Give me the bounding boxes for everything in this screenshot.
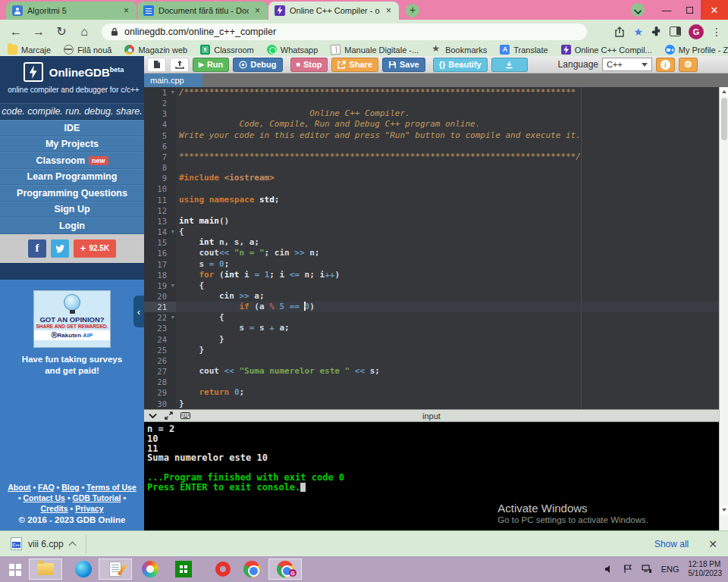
chrome-taskbar-icon[interactable] (240, 559, 264, 580)
network-icon[interactable] (642, 565, 652, 574)
facebook-icon[interactable]: f (28, 239, 46, 258)
line-number-gutter[interactable]: 11 (144, 195, 176, 205)
bookmark-item[interactable]: Marcaje (8, 45, 51, 55)
line-number-gutter[interactable]: 10 (144, 183, 176, 194)
tab-search-icon[interactable] (631, 3, 645, 17)
line-number-gutter[interactable]: 20 (144, 291, 176, 302)
new-file-button[interactable] (147, 58, 166, 72)
editor-scrollbar[interactable] (719, 87, 728, 530)
sidebar-item-programming-questions[interactable]: Programming Questions (0, 185, 144, 202)
browser-tab[interactable]: Algoritmi 5× (6, 2, 136, 20)
open-file-button[interactable] (170, 58, 189, 72)
bookmark-item[interactable]: Classroom (200, 45, 254, 55)
side-panel-icon[interactable] (670, 27, 681, 36)
volume-icon[interactable] (604, 565, 614, 574)
footer-link-contact-us[interactable]: Contact Us (24, 493, 65, 502)
download-code-button[interactable] (491, 58, 528, 72)
bookmark-star-icon[interactable]: ★ (633, 26, 643, 38)
footer-link-terms-of-use[interactable]: Terms of Use (86, 483, 136, 492)
bookmark-item[interactable]: My Profile - Zoom (665, 45, 728, 55)
sidebar-item-sign-up[interactable]: Sign Up (0, 202, 144, 218)
footer-link-blog[interactable]: Blog (61, 483, 79, 492)
scroll-up-arrow[interactable] (720, 87, 728, 96)
action-center-flag-icon[interactable] (623, 565, 632, 574)
share-icon[interactable] (614, 27, 626, 37)
close-window-button[interactable]: ✕ (701, 0, 728, 20)
wordpad-taskbar-icon[interactable] (99, 559, 132, 580)
bookmark-item[interactable]: Whatsapp (267, 45, 318, 55)
download-item[interactable]: viii 6.cpp (0, 531, 86, 556)
chevron-up-icon[interactable] (68, 541, 76, 549)
file-explorer-taskbar-icon[interactable] (29, 559, 62, 580)
sidebar-item-my-projects[interactable]: My Projects (0, 136, 144, 153)
sidebar-item-ide[interactable]: IDE (0, 120, 144, 136)
line-number-gutter[interactable]: 15 (144, 237, 176, 248)
debug-button[interactable]: Debug (233, 58, 282, 72)
footer-link-faq[interactable]: FAQ (38, 483, 55, 492)
close-tab-icon[interactable]: × (253, 5, 262, 16)
line-number-gutter[interactable]: 3 (144, 108, 176, 119)
share-button[interactable]: Share (331, 58, 378, 72)
sidebar-item-classroom[interactable]: Classroomnew (0, 152, 144, 169)
minimize-button[interactable]: — (655, 0, 678, 20)
sidebar-item-learn-programming[interactable]: Learn Programming (0, 169, 144, 186)
line-number-gutter[interactable]: 1▼ (144, 87, 176, 98)
browser-tab[interactable]: Online C++ Compiler - online ed× (268, 2, 399, 20)
line-number-gutter[interactable]: 23 (144, 323, 176, 333)
bookmark-item[interactable]: Filă nouă (64, 45, 111, 55)
info-button[interactable]: i (656, 58, 675, 72)
sidebar-item-login[interactable]: Login (0, 217, 144, 234)
fold-arrow-icon[interactable]: ▼ (171, 312, 174, 323)
line-number-gutter[interactable]: 16 (144, 248, 176, 258)
scrollbar-thumb[interactable] (721, 98, 727, 140)
close-tab-icon[interactable]: × (122, 5, 130, 16)
back-button[interactable]: ← (6, 22, 26, 42)
line-number-gutter[interactable]: 2 (144, 98, 176, 108)
line-number-gutter[interactable]: 9 (144, 173, 176, 183)
survey-ad-banner[interactable]: GOT AN OPINION? SHARE AND GET REWARDED. … (33, 290, 111, 348)
extensions-puzzle-icon[interactable] (651, 26, 662, 37)
line-number-gutter[interactable]: 27 (144, 366, 176, 377)
footer-link-privacy[interactable]: Privacy (75, 504, 103, 513)
line-number-gutter[interactable]: 12 (144, 205, 176, 216)
line-number-gutter[interactable]: 26 (144, 355, 176, 366)
fold-arrow-icon[interactable]: ▼ (171, 280, 174, 291)
start-button[interactable] (0, 559, 29, 580)
save-button[interactable]: Save (382, 58, 425, 72)
console-output[interactable]: n = 21011Suma numerelor este 10 ...Progr… (144, 422, 719, 530)
bookmark-item[interactable]: Translate (500, 45, 548, 55)
line-number-gutter[interactable]: 30 (144, 399, 176, 409)
line-number-gutter[interactable]: 29 (144, 387, 176, 398)
follower-count-button[interactable]: + 92.5K (74, 239, 116, 258)
bookmark-item[interactable]: Magazin web (124, 45, 187, 55)
line-number-gutter[interactable]: 8 (144, 162, 176, 173)
settings-button[interactable]: ⚙ (679, 58, 698, 72)
language-select[interactable]: C++ (602, 58, 652, 71)
fold-arrow-icon[interactable]: ▼ (171, 87, 174, 98)
footer-link-gdb-tutorial[interactable]: GDB Tutorial (72, 493, 121, 502)
scroll-down-arrow[interactable] (720, 505, 728, 515)
edge-taskbar-icon[interactable] (71, 559, 96, 580)
close-tab-icon[interactable]: × (384, 5, 393, 16)
profile-avatar[interactable]: G (689, 24, 704, 39)
beautify-button[interactable]: {}Beautify (433, 58, 488, 72)
store-taskbar-icon[interactable] (171, 559, 196, 580)
stop-button[interactable]: ■Stop (290, 58, 328, 72)
footer-link-credits[interactable]: Credits (40, 504, 67, 513)
menu-dots-icon[interactable]: ⋮ (711, 26, 722, 38)
line-number-gutter[interactable]: 13 (144, 216, 176, 227)
forward-button[interactable]: → (29, 22, 49, 42)
browser-tab[interactable]: Document fără titlu - Documente× (137, 2, 268, 20)
line-number-gutter[interactable]: 24 (144, 334, 176, 345)
line-number-gutter[interactable]: 25 (144, 345, 176, 355)
clock[interactable]: 12:18 PM 5/10/2023 (689, 560, 723, 578)
close-downloads-bar-icon[interactable]: ✕ (708, 538, 717, 550)
line-number-gutter[interactable]: 22▼ (144, 312, 176, 323)
bookmark-item[interactable]: Online C++ Compil... (561, 45, 652, 55)
file-tab-main-cpp[interactable]: main.cpp (144, 74, 202, 87)
bookmark-item[interactable]: Bookmarks (431, 45, 487, 55)
line-number-gutter[interactable]: 17 (144, 259, 176, 270)
fold-arrow-icon[interactable]: ▼ (171, 227, 174, 237)
line-number-gutter[interactable]: 5 (144, 130, 176, 141)
line-number-gutter[interactable]: 6 (144, 141, 176, 152)
